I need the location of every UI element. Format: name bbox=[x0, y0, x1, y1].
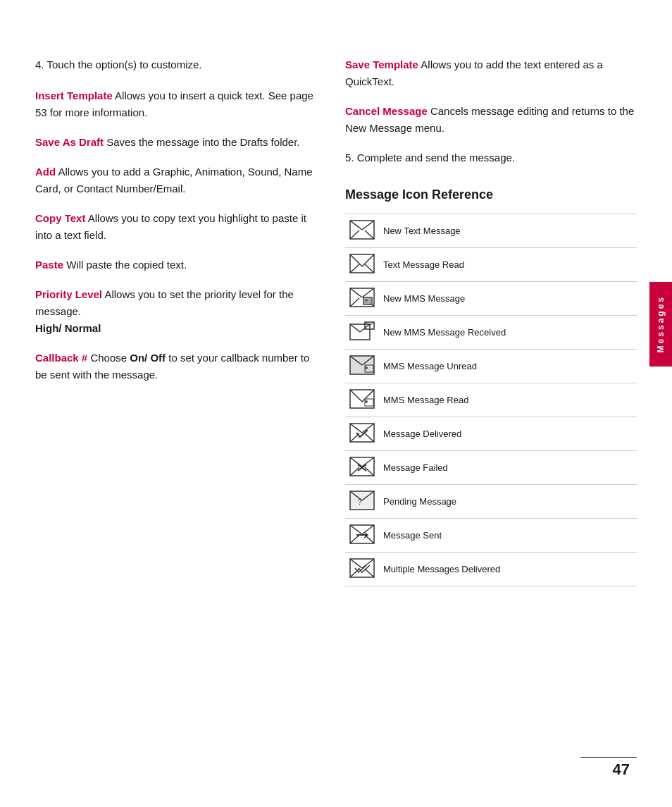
svg-line-2 bbox=[362, 221, 374, 230]
svg-line-37 bbox=[362, 457, 374, 467]
term-save-template: Save Template Allows you to add the text… bbox=[345, 56, 637, 90]
table-row: MMS Message Unread bbox=[345, 350, 637, 383]
icon-section-heading: Message Icon Reference bbox=[345, 187, 637, 202]
icon-label-pending-msg: Pending Message bbox=[379, 485, 637, 519]
term-title-copy-text: Copy Text bbox=[35, 212, 85, 224]
pending-message-icon: ? bbox=[349, 491, 375, 510]
message-delivered-icon bbox=[349, 423, 375, 443]
table-row: New MMS Message Received bbox=[345, 316, 637, 350]
svg-text:?: ? bbox=[358, 498, 362, 506]
mms-unread-icon bbox=[349, 355, 375, 375]
term-save-as-draft: Save As Draft Saves the message into the… bbox=[35, 134, 317, 151]
svg-line-7 bbox=[365, 264, 374, 273]
svg-line-10 bbox=[362, 288, 374, 297]
svg-line-53 bbox=[350, 559, 362, 568]
new-mms-received-icon bbox=[349, 321, 375, 341]
priority-level-suffix: High/ Normal bbox=[35, 322, 101, 334]
icon-label-new-mms-msg: New MMS Message bbox=[379, 282, 637, 316]
text-message-read-icon bbox=[349, 254, 375, 273]
bottom-rule bbox=[580, 757, 637, 758]
icon-cell-msg-failed bbox=[345, 451, 379, 485]
page-container: 4. Touch the option(s) to customize. Ins… bbox=[0, 0, 672, 629]
svg-line-48 bbox=[362, 525, 374, 534]
svg-line-4 bbox=[365, 230, 374, 239]
icon-cell-new-text-msg bbox=[345, 214, 379, 248]
svg-line-11 bbox=[350, 298, 359, 307]
new-mms-message-icon bbox=[349, 288, 375, 307]
svg-line-49 bbox=[350, 535, 359, 543]
term-title-callback: Callback # bbox=[35, 352, 87, 364]
icon-cell-msg-delivered bbox=[345, 417, 379, 451]
icon-label-new-text-msg: New Text Message bbox=[379, 214, 637, 248]
svg-line-47 bbox=[350, 525, 362, 534]
term-title-paste: Paste bbox=[35, 259, 63, 271]
sidebar-tab: Messages bbox=[649, 282, 672, 366]
table-row: ? Pending Message bbox=[345, 485, 637, 519]
term-insert-template: Insert Template Allows you to insert a q… bbox=[35, 87, 317, 121]
svg-line-36 bbox=[350, 457, 362, 467]
svg-point-26 bbox=[365, 366, 368, 369]
svg-line-34 bbox=[365, 433, 374, 442]
svg-marker-14 bbox=[363, 297, 372, 304]
icon-label-multiple-delivered: Multiple Messages Delivered bbox=[379, 553, 637, 586]
term-title-save-as-draft: Save As Draft bbox=[35, 136, 104, 148]
table-row: New Text Message bbox=[345, 214, 637, 248]
term-desc-paste: Will paste the copied text. bbox=[63, 259, 187, 271]
svg-line-39 bbox=[365, 467, 374, 476]
svg-line-17 bbox=[350, 324, 360, 332]
icon-cell-pending-msg: ? bbox=[345, 485, 379, 519]
term-desc-callback-pre: Choose bbox=[87, 352, 130, 364]
table-row: Multiple Messages Delivered bbox=[345, 553, 637, 586]
term-cancel-message: Cancel Message Cancels message editing a… bbox=[345, 103, 637, 137]
table-row: MMS Message Read bbox=[345, 383, 637, 417]
svg-line-38 bbox=[350, 467, 359, 476]
term-callback: Callback # Choose On/ Off to set your ca… bbox=[35, 350, 317, 383]
svg-point-15 bbox=[365, 299, 368, 302]
new-text-message-icon bbox=[349, 220, 375, 240]
mms-read-icon bbox=[349, 389, 375, 409]
term-desc-save-as-draft: Saves the message into the Drafts folder… bbox=[104, 136, 299, 148]
svg-line-56 bbox=[365, 569, 374, 577]
icon-table: New Text Message Text Message Read bbox=[345, 214, 637, 586]
svg-line-3 bbox=[350, 230, 359, 239]
table-row: Message Delivered bbox=[345, 417, 637, 451]
term-desc-add: Allows you to add a Graphic, Animation, … bbox=[35, 166, 313, 195]
icon-label-mms-unread: MMS Message Unread bbox=[379, 350, 637, 383]
table-row: Message Failed bbox=[345, 451, 637, 485]
term-title-priority-level: Priority Level bbox=[35, 288, 102, 300]
icon-cell-mms-unread bbox=[345, 350, 379, 383]
term-add: Add Allows you to add a Graphic, Animati… bbox=[35, 164, 317, 197]
svg-line-9 bbox=[350, 288, 362, 297]
page-number: 47 bbox=[613, 760, 630, 779]
icon-label-text-msg-read: Text Message Read bbox=[379, 248, 637, 282]
icon-cell-multiple-delivered bbox=[345, 553, 379, 586]
step5-text: 5. Complete and send the message. bbox=[345, 149, 637, 166]
right-column: Save Template Allows you to add the text… bbox=[345, 56, 637, 586]
icon-cell-mms-read bbox=[345, 383, 379, 417]
term-title-cancel-message: Cancel Message bbox=[345, 105, 428, 117]
svg-line-31 bbox=[350, 424, 362, 433]
term-title-insert-template: Insert Template bbox=[35, 90, 113, 101]
icon-label-new-mms-received: New MMS Message Received bbox=[379, 316, 637, 350]
term-title-save-template: Save Template bbox=[345, 58, 418, 70]
svg-point-29 bbox=[365, 400, 368, 403]
icon-label-msg-sent: Message Sent bbox=[379, 519, 637, 553]
term-title-add: Add bbox=[35, 166, 56, 178]
callback-bold: On/ Off bbox=[130, 352, 166, 364]
table-row: Message Sent bbox=[345, 519, 637, 553]
sidebar-tab-label: Messages bbox=[656, 295, 666, 352]
icon-cell-text-msg-read bbox=[345, 248, 379, 282]
svg-line-32 bbox=[362, 424, 374, 433]
table-row: New MMS Message bbox=[345, 282, 637, 316]
icon-label-msg-failed: Message Failed bbox=[379, 451, 637, 485]
icon-label-msg-delivered: Message Delivered bbox=[379, 417, 637, 451]
svg-line-1 bbox=[350, 221, 362, 230]
svg-line-6 bbox=[350, 264, 359, 273]
message-sent-icon bbox=[349, 524, 375, 544]
icon-cell-msg-sent bbox=[345, 519, 379, 553]
term-priority-level: Priority Level Allows you to set the pri… bbox=[35, 286, 317, 337]
icon-cell-new-mms-received bbox=[345, 316, 379, 350]
term-paste: Paste Will paste the copied text. bbox=[35, 257, 317, 273]
left-column: 4. Touch the option(s) to customize. Ins… bbox=[35, 56, 317, 586]
table-row: Text Message Read bbox=[345, 248, 637, 282]
